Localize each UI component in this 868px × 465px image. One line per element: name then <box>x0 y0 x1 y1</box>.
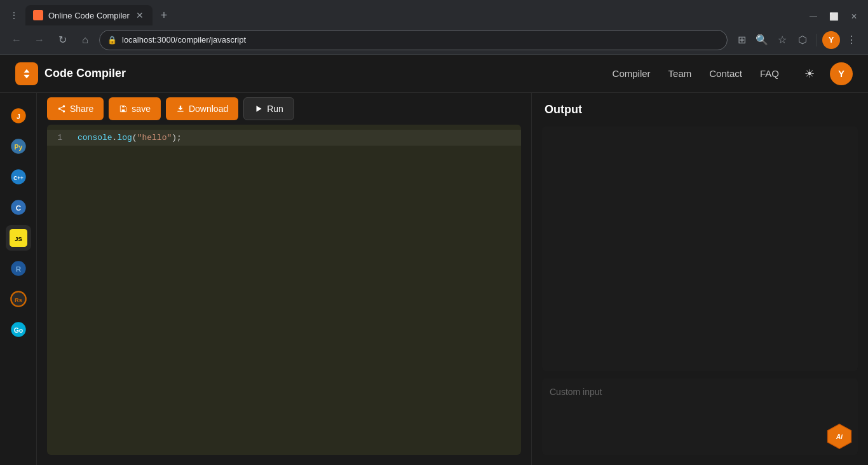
svg-text:C++: C++ <box>13 176 24 181</box>
sidebar-item-go[interactable]: Go <box>6 317 31 342</box>
app-content: Code Compiler Compiler Team Contact FAQ … <box>0 55 868 465</box>
editor-area: Share save <box>37 93 531 465</box>
svg-point-17 <box>58 108 61 110</box>
nav-right-controls: ⊞ 🔍 ☆ ⬡ Y ⋮ <box>733 31 860 49</box>
svg-rect-21 <box>122 109 125 112</box>
sidebar-item-c[interactable]: C <box>6 195 31 220</box>
nav-team[interactable]: Team <box>668 68 692 79</box>
browser-user-avatar[interactable]: Y <box>822 31 840 49</box>
back-button[interactable]: ← <box>8 31 25 49</box>
logo-icon <box>15 62 38 85</box>
custom-input-placeholder: Custom input <box>550 387 602 397</box>
r-icon: R <box>10 260 27 277</box>
ai-badge[interactable]: Ai <box>826 423 851 448</box>
share-icon <box>57 104 66 113</box>
ai-badge-svg: Ai <box>826 423 853 450</box>
sidebar-item-python[interactable]: Py <box>6 134 31 159</box>
svg-point-16 <box>63 105 65 108</box>
browser-window: ⋮ Online Code Compiler ✕ + — ⬜ ✕ ← → ↻ ⌂… <box>0 0 868 465</box>
code-editor[interactable]: 1 console.log("hello"); <box>47 125 521 455</box>
minimize-button[interactable]: — <box>804 10 822 23</box>
header-right: ☀ Y <box>799 62 853 85</box>
address-bar[interactable]: 🔒 localhost:3000/compiler/javascript <box>99 30 728 50</box>
language-sidebar: J Py C++ <box>0 93 37 465</box>
svg-text:Rs: Rs <box>15 297 22 303</box>
active-tab[interactable]: Online Code Compiler ✕ <box>25 5 153 25</box>
app-header: Code Compiler Compiler Team Contact FAQ … <box>0 55 868 93</box>
download-button[interactable]: Download <box>166 97 238 120</box>
tab-list-more[interactable]: ⋮ <box>5 6 23 24</box>
tab-close-button[interactable]: ✕ <box>135 10 145 20</box>
lock-icon: 🔒 <box>107 36 117 45</box>
svg-text:R: R <box>15 265 21 273</box>
nav-compiler[interactable]: Compiler <box>613 68 651 79</box>
forward-button[interactable]: → <box>31 31 48 49</box>
theme-toggle-button[interactable]: ☀ <box>799 64 820 84</box>
sidebar-item-rust[interactable]: Rs <box>6 286 31 312</box>
svg-marker-24 <box>257 106 262 111</box>
svg-text:J: J <box>17 113 20 120</box>
main-layout: J Py C++ <box>0 93 868 465</box>
logo-text: Code Compiler <box>44 67 126 80</box>
extensions-icon[interactable]: ⬡ <box>794 31 811 49</box>
svg-text:Ai: Ai <box>836 433 843 440</box>
tab-bar: ⋮ Online Code Compiler ✕ + — ⬜ ✕ <box>0 0 868 25</box>
app-nav-links: Compiler Team Contact FAQ <box>613 68 779 79</box>
editor-scrollbar <box>515 125 519 455</box>
divider <box>817 34 817 46</box>
svg-text:JS: JS <box>15 236 22 242</box>
tab-list: Online Code Compiler ✕ + <box>25 5 173 25</box>
svg-rect-23 <box>177 111 183 112</box>
home-button[interactable]: ⌂ <box>76 31 94 49</box>
custom-input-area[interactable]: Custom input Ai <box>542 378 858 455</box>
rust-icon: Rs <box>10 290 27 308</box>
logo-svg <box>20 67 34 81</box>
refresh-button[interactable]: ↻ <box>53 31 71 49</box>
logo-area: Code Compiler <box>15 62 126 85</box>
line-number-1: 1 <box>47 131 72 142</box>
zoom-icon[interactable]: 🔍 <box>753 31 771 49</box>
python-icon: Py <box>10 137 27 155</box>
bookmark-icon[interactable]: ☆ <box>773 31 791 49</box>
toolbar: Share save <box>37 93 531 125</box>
user-avatar[interactable]: Y <box>830 62 853 85</box>
svg-text:C: C <box>15 204 21 212</box>
window-controls: — ⬜ ✕ <box>804 10 863 23</box>
code-fn-log: log <box>117 133 132 142</box>
go-icon: Go <box>10 321 27 338</box>
sidebar-item-javascript[interactable]: JS <box>6 225 31 251</box>
java-icon: J <box>10 107 27 125</box>
sidebar-item-java[interactable]: J <box>6 103 31 128</box>
maximize-button[interactable]: ⬜ <box>825 10 843 23</box>
svg-rect-22 <box>123 106 125 107</box>
close-button[interactable]: ✕ <box>845 10 863 23</box>
code-fn-console: console <box>78 133 112 142</box>
svg-point-18 <box>63 110 65 113</box>
output-content <box>542 127 858 371</box>
translate-icon[interactable]: ⊞ <box>733 31 750 49</box>
js-icon: JS <box>10 229 27 247</box>
run-button[interactable]: Run <box>243 97 294 120</box>
download-icon <box>176 104 185 113</box>
code-string: "hello" <box>137 133 172 142</box>
svg-text:Py: Py <box>14 143 22 151</box>
code-content-1: console.log("hello"); <box>72 131 521 144</box>
sidebar-item-r[interactable]: R <box>6 256 31 281</box>
nav-contact[interactable]: Contact <box>709 68 742 79</box>
new-tab-button[interactable]: + <box>155 6 173 24</box>
svg-line-20 <box>60 107 63 108</box>
c-icon: C <box>10 198 27 216</box>
save-button[interactable]: save <box>109 97 161 120</box>
output-title: Output <box>532 93 868 127</box>
sidebar-item-cpp[interactable]: C++ <box>6 164 31 190</box>
share-button[interactable]: Share <box>47 97 104 120</box>
cpp-icon: C++ <box>10 168 27 186</box>
svg-text:Go: Go <box>13 326 23 334</box>
save-icon <box>119 104 128 113</box>
code-line-1: 1 console.log("hello"); <box>47 130 521 146</box>
nav-bar: ← → ↻ ⌂ 🔒 localhost:3000/compiler/javasc… <box>0 25 868 55</box>
run-icon <box>254 104 263 113</box>
nav-faq[interactable]: FAQ <box>760 68 779 79</box>
tab-title: Online Code Compiler <box>48 11 130 20</box>
menu-button[interactable]: ⋮ <box>843 31 860 49</box>
